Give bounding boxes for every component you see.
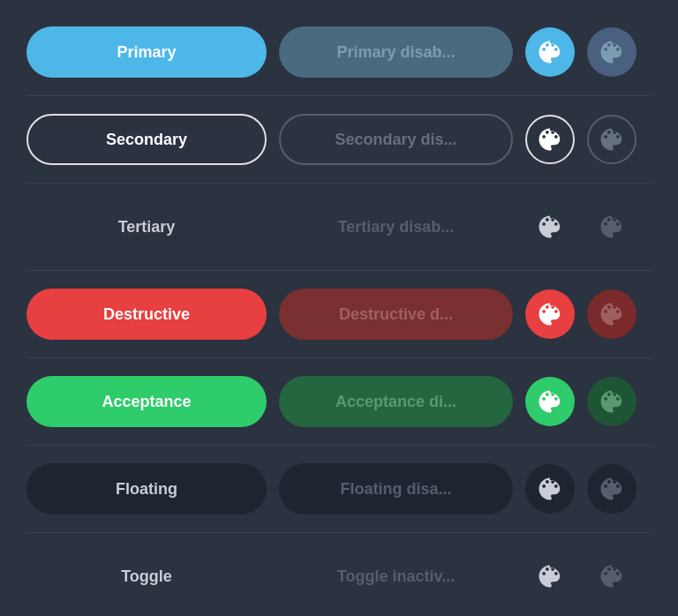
- toggle-row: Toggle Toggle inactiv...: [21, 542, 657, 611]
- acceptance-disabled-label: Acceptance di...: [335, 393, 456, 411]
- palette-icon-destructive: [537, 301, 563, 327]
- primary-row: Primary Primary disab...: [21, 18, 657, 86]
- primary-icon-button[interactable]: [525, 27, 575, 77]
- divider-3: [26, 270, 652, 271]
- toggle-disabled-button: Toggle inactiv...: [279, 551, 513, 602]
- floating-button-label: Floating: [116, 480, 177, 499]
- acceptance-row: Acceptance Acceptance di...: [21, 367, 657, 436]
- acceptance-button[interactable]: Acceptance: [26, 376, 267, 427]
- acceptance-icon-button[interactable]: [525, 377, 575, 426]
- tertiary-disabled-label: Tertiary disab...: [338, 218, 455, 237]
- primary-disabled-button: Primary disab...: [279, 26, 513, 78]
- destructive-icon-button[interactable]: [525, 289, 575, 339]
- divider-6: [26, 532, 652, 533]
- floating-button[interactable]: Floating: [26, 463, 267, 515]
- secondary-icon-disabled-button: [587, 115, 637, 164]
- destructive-button-label: Destructive: [103, 305, 190, 324]
- divider-5: [26, 445, 652, 446]
- acceptance-button-label: Acceptance: [102, 393, 191, 411]
- palette-icon-primary-disabled: [599, 39, 625, 65]
- destructive-disabled-button: Destructive d...: [279, 289, 513, 340]
- palette-icon-toggle-disabled: [599, 563, 625, 590]
- secondary-button-label: Secondary: [106, 131, 187, 149]
- palette-icon-tertiary: [537, 214, 563, 240]
- secondary-row: Secondary Secondary dis...: [21, 105, 657, 174]
- palette-icon-tertiary-disabled: [599, 214, 625, 240]
- divider-1: [26, 95, 652, 96]
- divider-2: [26, 183, 652, 184]
- floating-icon-button[interactable]: [525, 464, 575, 514]
- palette-icon-acceptance: [537, 388, 563, 415]
- button-showcase: Primary Primary disab... Secondary Secon…: [12, 0, 666, 616]
- secondary-button[interactable]: Secondary: [26, 114, 267, 165]
- tertiary-button-label: Tertiary: [118, 218, 176, 237]
- secondary-icon-button[interactable]: [525, 115, 575, 164]
- secondary-disabled-label: Secondary dis...: [335, 131, 456, 149]
- acceptance-icon-disabled-button: [587, 377, 637, 426]
- palette-icon-floating: [537, 476, 563, 502]
- primary-disabled-label: Primary disab...: [336, 43, 455, 62]
- palette-icon-primary: [537, 39, 563, 65]
- palette-icon-secondary-disabled: [599, 126, 625, 153]
- palette-icon-secondary: [537, 126, 563, 153]
- tertiary-disabled-button: Tertiary disab...: [279, 201, 513, 252]
- toggle-button-label: Toggle: [121, 567, 172, 586]
- palette-icon-floating-disabled: [599, 476, 625, 502]
- destructive-row: Destructive Destructive d...: [21, 280, 657, 349]
- palette-icon-acceptance-disabled: [599, 388, 625, 415]
- floating-icon-disabled-button: [587, 464, 637, 514]
- primary-icon-disabled-button: [587, 27, 637, 77]
- destructive-icon-disabled-button: [587, 289, 637, 339]
- acceptance-disabled-button: Acceptance di...: [279, 376, 513, 427]
- floating-disabled-label: Floating disa...: [340, 480, 451, 499]
- destructive-button[interactable]: Destructive: [26, 289, 267, 340]
- palette-icon-toggle: [537, 563, 563, 590]
- floating-disabled-button: Floating disa...: [279, 463, 513, 515]
- tertiary-icon-button[interactable]: [525, 202, 575, 252]
- toggle-disabled-label: Toggle inactiv...: [337, 567, 455, 586]
- primary-button-label: Primary: [117, 43, 176, 62]
- floating-row: Floating Floating disa...: [21, 454, 657, 523]
- tertiary-button[interactable]: Tertiary: [26, 201, 267, 252]
- toggle-icon-button[interactable]: [525, 552, 575, 601]
- palette-icon-destructive-disabled: [599, 301, 625, 327]
- destructive-disabled-label: Destructive d...: [339, 305, 453, 324]
- toggle-button[interactable]: Toggle: [26, 551, 267, 602]
- tertiary-icon-disabled-button: [587, 202, 637, 252]
- primary-button[interactable]: Primary: [26, 26, 267, 78]
- divider-4: [26, 357, 652, 358]
- toggle-icon-disabled-button: [587, 552, 637, 601]
- secondary-disabled-button: Secondary dis...: [279, 114, 513, 165]
- tertiary-row: Tertiary Tertiary disab...: [21, 192, 657, 261]
